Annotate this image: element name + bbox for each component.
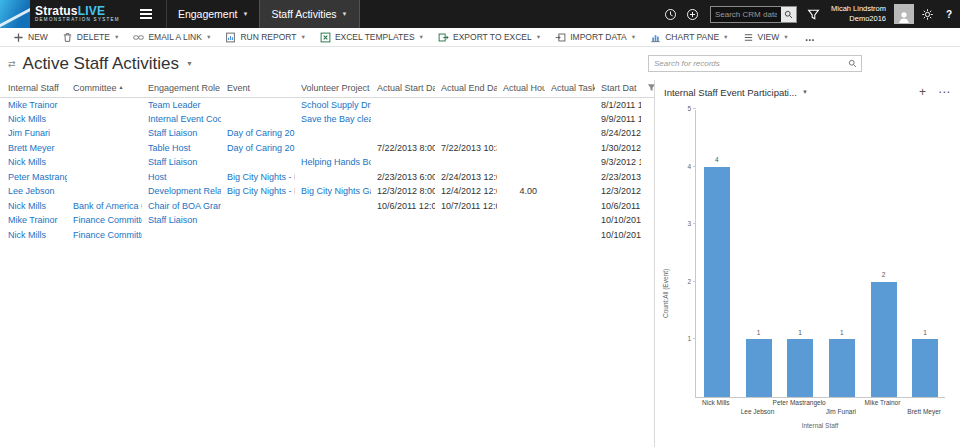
column-header-actual-tasks[interactable]: Actual Tasks xyxy=(545,80,595,97)
cell-engagement-role[interactable]: Table Host xyxy=(142,141,221,156)
view-toggle-icon[interactable]: ⇄ xyxy=(8,59,16,69)
cell-engagement-role[interactable]: Internal Event Coordinator xyxy=(142,112,221,127)
cell-empty xyxy=(641,199,655,214)
more-commands-icon[interactable]: … xyxy=(796,32,825,43)
command-delete[interactable]: DELETE▼ xyxy=(55,28,127,46)
nav-item-staff-activities[interactable]: Staff Activities▼ xyxy=(259,0,359,28)
table-row[interactable]: Jim FunariStaff LiaisonDay of Caring 201… xyxy=(0,126,655,141)
command-export-to-excel[interactable]: EXPORT TO EXCEL▼ xyxy=(431,28,548,46)
column-header-engagement-role[interactable]: Engagement Role xyxy=(142,80,221,97)
recently-viewed-clock-icon[interactable] xyxy=(660,0,682,28)
cell-engagement-role[interactable]: Staff Liaison xyxy=(142,126,221,141)
command-import-data[interactable]: IMPORT DATA▼ xyxy=(548,28,643,46)
advanced-find-icon[interactable] xyxy=(803,0,825,28)
cell-internal-staff[interactable]: Mike Trainor xyxy=(0,97,67,112)
table-row[interactable]: Nick MillsInternal Event CoordinatorSave… xyxy=(0,112,655,127)
cell-volunteer-project[interactable]: Big City Nights Gala Event... xyxy=(295,184,371,199)
table-row[interactable]: Mike TrainorTeam LeaderSchool Supply Dri… xyxy=(0,97,655,112)
bar-peter-mastrangelo[interactable] xyxy=(787,339,813,397)
bar-nick-mills[interactable] xyxy=(704,167,730,397)
chart-more-commands-icon[interactable]: ⋯ xyxy=(938,86,950,98)
gear-icon[interactable] xyxy=(916,0,938,28)
command-chart-pane[interactable]: CHART PANE▼ xyxy=(643,28,735,46)
table-row[interactable]: Mike TrainorFinance CommitteeStaff Liais… xyxy=(0,213,655,228)
add-chart-icon[interactable]: + xyxy=(919,86,926,98)
cell-internal-staff[interactable]: Peter Mastrangelo xyxy=(0,170,67,185)
bar-lee-jebson[interactable] xyxy=(746,339,772,397)
table-row[interactable]: Nick MillsBank of America Grant Rec...Ch… xyxy=(0,199,655,214)
cell-internal-staff[interactable]: Nick Mills xyxy=(0,155,67,170)
cell-internal-staff[interactable]: Nick Mills xyxy=(0,112,67,127)
x-tick-label: Peter Mastrangelo xyxy=(778,400,820,407)
column-header-start-dat[interactable]: Start Dat xyxy=(595,80,641,97)
bar-jim-funari[interactable] xyxy=(829,339,855,397)
view-selector-chevron-icon[interactable]: ▼ xyxy=(186,60,193,67)
top-navbar: StratusLIVE DEMONSTRATION SYSTEM Engagem… xyxy=(0,0,960,28)
cell-engagement-role[interactable]: Host xyxy=(142,170,221,185)
command-excel-templates[interactable]: EXCEL TEMPLATES▼ xyxy=(313,28,431,46)
cell-volunteer-project[interactable]: Save the Bay clean-up xyxy=(295,112,371,127)
nav-item-engagement[interactable]: Engagement▼ xyxy=(166,0,260,28)
cell-internal-staff[interactable]: Lee Jebson xyxy=(0,184,67,199)
search-icon[interactable] xyxy=(781,7,796,22)
column-header-volunteer-project[interactable]: Volunteer Project xyxy=(295,80,371,97)
bar-mike-trainor[interactable] xyxy=(871,282,897,397)
menu-icon[interactable] xyxy=(136,5,156,23)
cell-internal-staff[interactable]: Jim Funari xyxy=(0,126,67,141)
cell-actual-hours xyxy=(497,228,545,243)
column-header-actual-hours[interactable]: Actual Hours xyxy=(497,80,545,97)
cell-event[interactable]: Big City Nights - Moulin Ro... xyxy=(221,170,295,185)
cell-actual-tasks xyxy=(545,184,595,199)
quick-create-plus-icon[interactable] xyxy=(682,0,704,28)
cell-internal-staff[interactable]: Nick Mills xyxy=(0,228,67,243)
column-header-actual-end-date[interactable]: Actual End Date xyxy=(435,80,497,97)
cell-actual-end-date xyxy=(435,213,497,228)
cell-committee[interactable]: Finance Committee xyxy=(67,228,142,243)
command-view[interactable]: VIEW▼ xyxy=(736,28,796,46)
cell-engagement-role[interactable]: Staff Liaison xyxy=(142,155,221,170)
cell-engagement-role[interactable]: Development Relationship ... xyxy=(142,184,221,199)
grid-filter-header[interactable] xyxy=(641,80,655,97)
cell-volunteer-project[interactable]: School Supply Drive for Lu... xyxy=(295,97,371,112)
table-row[interactable]: Brett MeyerTable HostDay of Caring 20117… xyxy=(0,141,655,156)
y-tick-label: 1 xyxy=(687,336,691,343)
cell-volunteer-project[interactable]: Helping Hands Book Drive xyxy=(295,155,371,170)
record-search-icon[interactable] xyxy=(844,59,861,68)
table-row[interactable]: Peter MastrangeloHostBig City Nights - M… xyxy=(0,170,655,185)
column-header-internal-staff[interactable]: Internal Staff xyxy=(0,80,67,97)
cell-committee[interactable]: Finance Committee xyxy=(67,213,142,228)
record-search-input[interactable] xyxy=(649,59,844,68)
cell-event[interactable]: Big City Nights - Moulin Ro... xyxy=(221,184,295,199)
cell-internal-staff[interactable]: Brett Meyer xyxy=(0,141,67,156)
cell-actual-start-date: 12/3/2012 8:00 PM xyxy=(371,184,435,199)
command-run-report[interactable]: RUN REPORT▼ xyxy=(218,28,313,46)
page-title[interactable]: Active Staff Activities xyxy=(23,54,180,74)
table-row[interactable]: Nick MillsFinance Committee10/10/2011 12… xyxy=(0,228,655,243)
column-header-event[interactable]: Event xyxy=(221,80,295,97)
command-new[interactable]: NEW xyxy=(6,28,55,46)
command-email-a-link[interactable]: EMAIL A LINK▼ xyxy=(126,28,218,46)
cell-committee[interactable]: Bank of America Grant Rec... xyxy=(67,199,142,214)
cell-actual-tasks xyxy=(545,213,595,228)
y-tick-mark xyxy=(693,281,696,282)
chart-title[interactable]: Internal Staff Event Participati... xyxy=(664,87,797,98)
chart-selector-chevron-icon[interactable]: ▼ xyxy=(802,89,808,95)
cell-engagement-role[interactable]: Team Leader xyxy=(142,97,221,112)
cell-internal-staff[interactable]: Nick Mills xyxy=(0,199,67,214)
cell-engagement-role[interactable]: Chair of BOA Grants Recom... xyxy=(142,199,221,214)
user-menu[interactable]: Micah Lindstrom Demo2016 xyxy=(831,4,886,24)
bar-brett-meyer[interactable] xyxy=(912,339,938,397)
cell-internal-staff[interactable]: Mike Trainor xyxy=(0,213,67,228)
chart-icon xyxy=(650,32,661,43)
avatar[interactable] xyxy=(894,4,914,24)
cell-event[interactable]: Day of Caring 2011 xyxy=(221,126,295,141)
help-icon[interactable]: ? xyxy=(938,0,960,28)
cell-engagement-role[interactable]: Staff Liaison xyxy=(142,213,221,228)
table-row[interactable]: Nick MillsStaff LiaisonHelping Hands Boo… xyxy=(0,155,655,170)
column-header-actual-start-date[interactable]: Actual Start Date xyxy=(371,80,435,97)
table-row[interactable]: Lee JebsonDevelopment Relationship ...Bi… xyxy=(0,184,655,199)
cell-event[interactable]: Day of Caring 2011 xyxy=(221,141,295,156)
column-header-committee[interactable]: Committee▲ xyxy=(67,80,142,97)
stratuslive-logo[interactable]: StratusLIVE DEMONSTRATION SYSTEM xyxy=(0,0,120,28)
global-search-input[interactable] xyxy=(711,10,781,19)
